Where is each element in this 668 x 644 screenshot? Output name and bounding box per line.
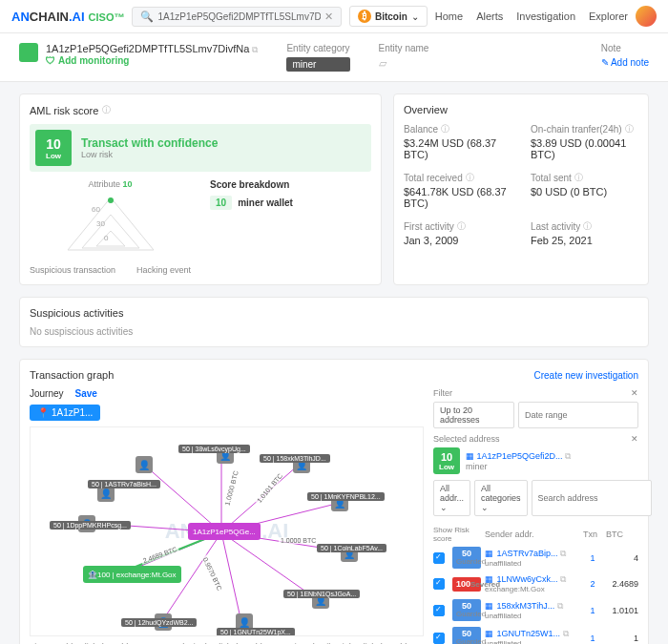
row-txn[interactable]: 2 <box>583 579 602 589</box>
crypto-selector[interactable]: ₿ Bitcoin ⌄ <box>349 6 428 27</box>
graph-node-center[interactable]: 1A1zP1eP5QGe... <box>188 523 261 540</box>
row-risk-badge: 100Severed <box>452 577 481 592</box>
nav-investigation[interactable]: Investigation <box>516 10 575 22</box>
search-input[interactable] <box>157 11 320 22</box>
identicon: ▦ <box>485 574 494 584</box>
row-risk-badge: 50Guarded <box>452 627 481 644</box>
col-risk[interactable]: Show Risk score <box>433 526 481 543</box>
identicon: ▦ <box>485 549 494 558</box>
info-icon[interactable]: ⓘ <box>102 104 111 116</box>
row-btc: 4 <box>606 553 638 563</box>
chevron-down-icon: ⌄ <box>411 11 419 22</box>
close-filter-icon[interactable]: ✕ <box>631 388 638 398</box>
logo: ANCHAIN.AICISO™ <box>11 10 124 24</box>
journey-label: Journey <box>30 388 64 399</box>
row-checkbox[interactable] <box>433 633 445 644</box>
row-risk-badge: 50Guarded <box>452 547 481 569</box>
selected-address-label: Selected address <box>433 434 500 444</box>
filter-label: Filter <box>433 388 452 398</box>
row-checkbox[interactable] <box>433 578 445 590</box>
shield-icon: 🛡 <box>46 55 55 66</box>
search-input-wrap[interactable]: 🔍 ✕ <box>132 7 341 27</box>
date-range-input[interactable] <box>518 402 638 428</box>
row-btc: 1 <box>606 634 638 643</box>
user-avatar[interactable] <box>636 6 657 27</box>
copy-icon[interactable]: ⧉ <box>565 451 571 461</box>
risk-score-badge: 10Low <box>35 130 72 166</box>
risk-headline: Transact with confidence <box>81 136 218 150</box>
nav-alerts[interactable]: Alerts <box>476 10 503 22</box>
graph-node[interactable]: 👤 <box>136 456 153 473</box>
col-btc[interactable]: BTC <box>606 530 638 539</box>
row-txn[interactable]: 1 <box>583 634 602 643</box>
col-txn[interactable]: Txn <box>583 530 602 539</box>
selected-risk-badge: 10Low <box>433 447 460 474</box>
copy-icon[interactable]: ⧉ <box>560 549 566 558</box>
all-addresses-select[interactable]: All addr... ⌄ <box>433 480 470 516</box>
row-txn[interactable]: 1 <box>583 606 602 615</box>
nav-links: Home Alerts Investigation Explorer <box>435 10 628 22</box>
selected-address-link[interactable]: ▦ 1A1zP1eP5QGefi2D... ⧉ <box>466 451 571 462</box>
copy-icon[interactable]: ⧉ <box>563 629 569 638</box>
suspicious-empty: No suspiscious activities <box>30 326 638 337</box>
row-address-link[interactable]: ▦ 158xkM3TihJ... ⧉ <box>485 601 579 612</box>
info-icon[interactable]: ⓘ <box>574 172 583 184</box>
copy-icon[interactable]: ⧉ <box>560 574 566 584</box>
close-selected-icon[interactable]: ✕ <box>631 434 638 444</box>
table-row: 50Guarded ▦ 158xkM3TihJ... ⧉unaffiliated… <box>433 599 638 621</box>
topbar: ANCHAIN.AICISO™ 🔍 ✕ ₿ Bitcoin ⌄ Home Ale… <box>0 0 668 33</box>
overview-value: $0 USD (0 BTC) <box>531 186 638 197</box>
table-row: 100Severed ▦ 1LNWw6yCxk... ⧉exchange:Mt.… <box>433 574 638 593</box>
row-address-link[interactable]: ▦ 1GNUTn25W1... ⧉ <box>485 629 579 639</box>
transaction-graph-canvas[interactable]: ANCHAIN.AI 1A1zP1eP5QGe.. <box>30 426 424 636</box>
row-checkbox[interactable] <box>433 605 445 616</box>
add-monitoring-button[interactable]: 🛡Add monitoring <box>46 55 258 66</box>
row-address-link[interactable]: ▦ 1ASTRv7aBip... ⧉ <box>485 549 579 559</box>
row-risk-badge: 50Guarded <box>452 599 481 621</box>
breakdown-title: Score breakdown <box>210 179 371 190</box>
overview-label: First activity ⓘ <box>404 220 511 233</box>
suspicious-title: Suspicious activities <box>30 307 638 319</box>
create-investigation-link[interactable]: Create new investigation <box>533 370 638 381</box>
copy-icon[interactable]: ⧉ <box>557 601 563 611</box>
info-icon[interactable]: ⓘ <box>583 220 592 233</box>
nav-home[interactable]: Home <box>435 10 463 22</box>
address-identicon <box>19 43 38 62</box>
add-note-button[interactable]: ✎ Add note <box>601 57 649 68</box>
row-affiliation: exchange:Mt.Gox <box>485 585 579 593</box>
txgraph-title: Transaction graph <box>30 369 114 381</box>
graph-node-exchange[interactable]: 🏦 100 | exchange:Mt.Gox <box>83 566 181 583</box>
journey-address-chip[interactable]: 📍 1A1zP1... <box>30 405 100 421</box>
overview-value: Jan 3, 2009 <box>404 235 511 246</box>
filter-panel: Filter✕ Up to 20 addresses Selected addr… <box>433 388 638 644</box>
overview-label: Balance ⓘ <box>404 123 511 135</box>
breakdown-score: 10 <box>210 196 232 210</box>
copy-icon[interactable]: ⧉ <box>252 45 258 54</box>
overview-value: $3.24M USD (68.37 BTC) <box>404 137 511 160</box>
info-icon[interactable]: ⓘ <box>466 172 474 184</box>
svg-text:60: 60 <box>92 205 100 214</box>
search-icon: 🔍 <box>140 10 154 23</box>
clear-search-icon[interactable]: ✕ <box>324 10 333 23</box>
suspicious-card: Suspicious activities No suspiscious act… <box>19 297 649 347</box>
svg-text:0: 0 <box>104 234 109 242</box>
row-checkbox[interactable] <box>433 552 445 564</box>
search-address-input[interactable] <box>532 480 652 516</box>
row-address-link[interactable]: ▦ 1LNWw6yCxk... ⧉ <box>485 574 579 585</box>
address-header: 1A1zP1eP5QGefi2DMPTfTL5SLmv7DivfNa ⧉ 🛡Ad… <box>0 33 668 82</box>
info-icon[interactable]: ⓘ <box>457 220 466 233</box>
info-icon[interactable]: ⓘ <box>441 123 449 135</box>
svg-marker-2 <box>96 231 125 246</box>
save-button[interactable]: Save <box>75 388 97 399</box>
col-sender[interactable]: Sender addr. <box>485 530 579 539</box>
all-categories-select[interactable]: All categories ⌄ <box>474 480 528 516</box>
radar-label-suspicious: Suspicious transaction <box>30 265 115 275</box>
overview-value: $3.89 USD (0.00041 BTC) <box>531 137 638 160</box>
row-txn[interactable]: 1 <box>583 553 602 563</box>
info-icon[interactable]: ⓘ <box>625 123 634 135</box>
table-row: 50Guarded ▦ 1ASTRv7aBip... ⧉unaffiliated… <box>433 547 638 569</box>
breakdown-label: miner wallet <box>238 197 293 208</box>
nav-explorer[interactable]: Explorer <box>589 10 628 22</box>
risk-sub: Low risk <box>81 150 218 159</box>
max-addresses-select[interactable]: Up to 20 addresses <box>433 402 514 428</box>
